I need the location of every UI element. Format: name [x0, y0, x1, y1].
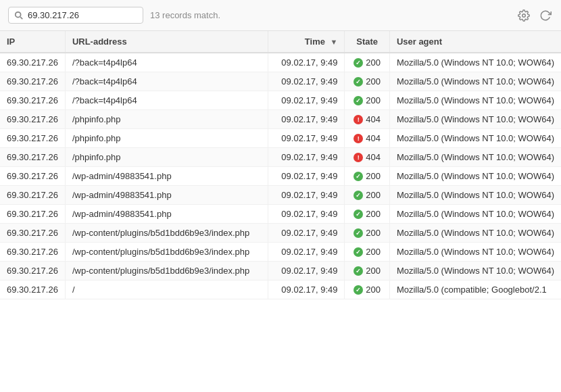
- status-code-label: 200: [366, 190, 381, 200]
- status-code-label: 200: [366, 209, 381, 219]
- cell-agent: Mozilla/5.0 (Windows NT 10.0; WOW64): [389, 72, 561, 91]
- cell-state: 200: [345, 91, 389, 110]
- cell-ip: 69.30.217.26: [0, 186, 65, 205]
- cell-agent: Mozilla/5.0 (Windows NT 10.0; WOW64): [389, 186, 561, 205]
- table-row[interactable]: 69.30.217.26/?back=t4p4lp6409.02.17, 9:4…: [0, 72, 561, 91]
- cell-agent: Mozilla/5.0 (Windows NT 10.0; WOW64): [389, 167, 561, 186]
- status-code-label: 200: [366, 228, 381, 238]
- cell-ip: 69.30.217.26: [0, 72, 65, 91]
- table-row[interactable]: 69.30.217.26/wp-content/plugins/b5d1bdd6…: [0, 262, 561, 280]
- cell-state: 200: [345, 262, 389, 280]
- status-error-icon: [353, 134, 363, 143]
- sort-arrow-time: ▼: [331, 38, 338, 46]
- cell-time: 09.02.17, 9:49: [268, 224, 345, 243]
- table-row[interactable]: 69.30.217.26/wp-content/plugins/b5d1bdd6…: [0, 224, 561, 243]
- cell-ip: 69.30.217.26: [0, 262, 65, 280]
- table-row[interactable]: 69.30.217.26/wp-admin/49883541.php09.02.…: [0, 205, 561, 224]
- cell-url: /?back=t4p4lp64: [65, 72, 268, 91]
- search-input[interactable]: [28, 10, 129, 20]
- cell-time: 09.02.17, 9:49: [268, 53, 345, 72]
- cell-agent: Mozilla/5.0 (Windows NT 10.0; WOW64): [389, 262, 561, 280]
- status-ok-icon: [353, 96, 363, 105]
- cell-ip: 69.30.217.26: [0, 110, 65, 129]
- cell-url: /wp-admin/49883541.php: [65, 167, 268, 186]
- status-ok-icon: [353, 247, 363, 257]
- cell-time: 09.02.17, 9:49: [268, 243, 345, 262]
- cell-time: 09.02.17, 9:49: [268, 280, 345, 299]
- cell-ip: 69.30.217.26: [0, 167, 65, 186]
- cell-time: 09.02.17, 9:49: [268, 205, 345, 224]
- cell-url: /phpinfo.php: [65, 148, 268, 167]
- table-row[interactable]: 69.30.217.26/09.02.17, 9:49200Mozilla/5.…: [0, 280, 561, 299]
- cell-state: 200: [345, 167, 389, 186]
- cell-state: 404: [345, 129, 389, 148]
- cell-state: 200: [345, 72, 389, 91]
- data-table: IP URL-address Time ▼ State User agent 6…: [0, 31, 561, 299]
- cell-state: 404: [345, 148, 389, 167]
- cell-url: /wp-admin/49883541.php: [65, 205, 268, 224]
- settings-button[interactable]: [516, 8, 531, 23]
- cell-url: /wp-content/plugins/b5d1bdd6b9e3/index.p…: [65, 262, 268, 280]
- status-error-icon: [353, 115, 363, 124]
- cell-agent: Mozilla/5.0 (compatible; Googlebot/2.1: [389, 280, 561, 299]
- cell-state: 200: [345, 186, 389, 205]
- toolbar-icons: [516, 8, 553, 23]
- status-code-label: 404: [366, 114, 381, 124]
- cell-url: /?back=t4p4lp64: [65, 91, 268, 110]
- gear-icon: [518, 9, 530, 22]
- status-ok-icon: [353, 77, 363, 87]
- table-row[interactable]: 69.30.217.26/wp-admin/49883541.php09.02.…: [0, 167, 561, 186]
- cell-url: /: [65, 280, 268, 299]
- status-code-label: 200: [366, 171, 381, 181]
- cell-agent: Mozilla/5.0 (Windows NT 10.0; WOW64): [389, 53, 561, 72]
- cell-url: /phpinfo.php: [65, 110, 268, 129]
- cell-ip: 69.30.217.26: [0, 280, 65, 299]
- status-code-label: 200: [366, 57, 381, 68]
- cell-time: 09.02.17, 9:49: [268, 91, 345, 110]
- cell-ip: 69.30.217.26: [0, 205, 65, 224]
- cell-ip: 69.30.217.26: [0, 53, 65, 72]
- cell-ip: 69.30.217.26: [0, 91, 65, 110]
- status-ok-icon: [353, 210, 363, 219]
- status-code-label: 404: [366, 133, 381, 143]
- cell-ip: 69.30.217.26: [0, 243, 65, 262]
- cell-state: 200: [345, 280, 389, 299]
- col-header-state: State: [345, 31, 389, 53]
- cell-agent: Mozilla/5.0 (Windows NT 10.0; WOW64): [389, 148, 561, 167]
- cell-time: 09.02.17, 9:49: [268, 262, 345, 280]
- search-box: [8, 7, 143, 24]
- table-body: 69.30.217.26/?back=t4p4lp6409.02.17, 9:4…: [0, 53, 561, 299]
- table-row[interactable]: 69.30.217.26/phpinfo.php09.02.17, 9:4940…: [0, 148, 561, 167]
- cell-agent: Mozilla/5.0 (Windows NT 10.0; WOW64): [389, 205, 561, 224]
- table-row[interactable]: 69.30.217.26/phpinfo.php09.02.17, 9:4940…: [0, 110, 561, 129]
- svg-line-1: [20, 17, 22, 19]
- table-row[interactable]: 69.30.217.26/?back=t4p4lp6409.02.17, 9:4…: [0, 53, 561, 72]
- cell-url: /wp-admin/49883541.php: [65, 186, 268, 205]
- status-ok-icon: [353, 266, 363, 276]
- table-row[interactable]: 69.30.217.26/wp-admin/49883541.php09.02.…: [0, 186, 561, 205]
- table-row[interactable]: 69.30.217.26/phpinfo.php09.02.17, 9:4940…: [0, 129, 561, 148]
- status-ok-icon: [353, 58, 363, 68]
- status-ok-icon: [353, 172, 363, 181]
- table-row[interactable]: 69.30.217.26/wp-content/plugins/b5d1bdd6…: [0, 243, 561, 262]
- cell-time: 09.02.17, 9:49: [268, 129, 345, 148]
- cell-url: /wp-content/plugins/b5d1bdd6b9e3/index.p…: [65, 224, 268, 243]
- svg-point-2: [522, 14, 526, 17]
- table-row[interactable]: 69.30.217.26/?back=t4p4lp6409.02.17, 9:4…: [0, 91, 561, 110]
- col-header-time[interactable]: Time ▼: [268, 31, 345, 53]
- search-icon: [14, 11, 24, 20]
- refresh-button[interactable]: [538, 8, 553, 23]
- records-match-label: 13 records match.: [150, 10, 510, 20]
- status-code-label: 200: [366, 76, 381, 87]
- status-code-label: 404: [366, 152, 381, 162]
- cell-time: 09.02.17, 9:49: [268, 148, 345, 167]
- cell-time: 09.02.17, 9:49: [268, 186, 345, 205]
- cell-time: 09.02.17, 9:49: [268, 167, 345, 186]
- status-code-label: 200: [366, 247, 381, 257]
- status-error-icon: [353, 153, 363, 162]
- cell-state: 200: [345, 53, 389, 72]
- cell-agent: Mozilla/5.0 (Windows NT 10.0; WOW64): [389, 243, 561, 262]
- cell-state: 200: [345, 243, 389, 262]
- cell-url: /wp-content/plugins/b5d1bdd6b9e3/index.p…: [65, 243, 268, 262]
- cell-agent: Mozilla/5.0 (Windows NT 10.0; WOW64): [389, 91, 561, 110]
